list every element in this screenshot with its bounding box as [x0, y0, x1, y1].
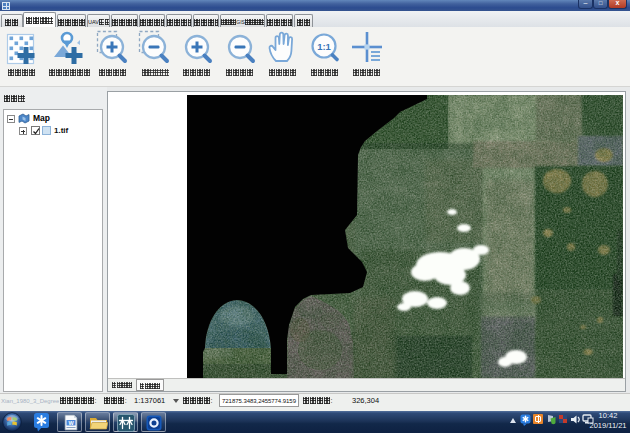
- svg-text:1:1: 1:1: [317, 41, 331, 52]
- svg-text:W: W: [68, 420, 74, 426]
